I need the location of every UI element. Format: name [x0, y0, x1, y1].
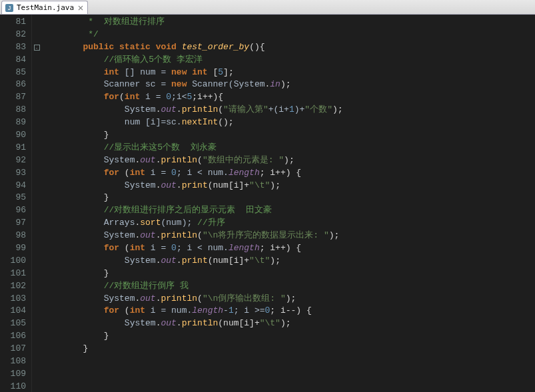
code-line[interactable]: System.out.println("数组中的元素是: ");	[41, 154, 535, 167]
line-number: 110	[0, 381, 26, 392]
fold-row	[32, 167, 41, 180]
fold-row	[32, 104, 41, 116]
fold-row	[32, 54, 41, 67]
code-line[interactable]: for(int i = 0;i<5;i++){	[41, 91, 535, 104]
line-number: 92	[0, 154, 26, 167]
code-line[interactable]: int [] num = new int [5];	[41, 67, 535, 79]
fold-row	[32, 305, 41, 317]
fold-row	[32, 29, 41, 41]
fold-row	[32, 204, 41, 217]
line-number: 98	[0, 230, 26, 242]
line-number: 93	[0, 167, 26, 180]
code-line[interactable]: System.out.println("\n倒序输出数组: ");	[41, 293, 535, 305]
code-line[interactable]: System.out.println("请输入第"+(i+1)+"个数");	[41, 104, 535, 116]
tab-label: TestMain.java	[17, 3, 74, 12]
code-line[interactable]: public static void test_order_by(){	[41, 41, 535, 54]
fold-row	[32, 180, 41, 192]
line-number: 109	[0, 368, 26, 381]
code-line[interactable]	[41, 355, 535, 368]
line-number-gutter: 8182838485868788899091929394959697989910…	[0, 15, 32, 392]
code-area[interactable]: * 对数组进行排序 */ public static void test_ord…	[41, 15, 535, 392]
code-line[interactable]	[41, 381, 535, 392]
line-number: 82	[0, 29, 26, 41]
code-line[interactable]: System.out.print(num[i]+"\t");	[41, 180, 535, 192]
line-number: 91	[0, 142, 26, 154]
line-number: 83	[0, 41, 26, 54]
line-number: 102	[0, 280, 26, 293]
code-line[interactable]: for (int i = 0; i < num.length; i++) {	[41, 242, 535, 255]
line-number: 100	[0, 255, 26, 268]
svg-text:J: J	[8, 5, 11, 11]
code-line[interactable]: * 对数组进行排序	[41, 16, 535, 29]
fold-row	[32, 268, 41, 280]
code-line[interactable]: //显示出来这5个数 刘永豪	[41, 142, 535, 154]
code-line[interactable]: */	[41, 29, 535, 41]
code-line[interactable]: System.out.println(num[i]+"\t");	[41, 317, 535, 330]
line-number: 105	[0, 317, 26, 330]
code-line[interactable]: for (int i = 0; i < num.length; i++) {	[41, 167, 535, 180]
fold-row	[32, 154, 41, 167]
code-line[interactable]: }	[41, 343, 535, 355]
tab-bar: J TestMain.java	[0, 0, 535, 15]
line-number: 81	[0, 16, 26, 29]
line-number: 101	[0, 268, 26, 280]
fold-row	[32, 293, 41, 305]
line-number: 99	[0, 242, 26, 255]
code-line[interactable]: System.out.print(num[i]+"\t");	[41, 255, 535, 268]
fold-column: -	[32, 15, 41, 392]
fold-row	[32, 16, 41, 29]
close-icon[interactable]	[77, 4, 85, 12]
line-number: 87	[0, 91, 26, 104]
fold-row	[32, 116, 41, 129]
line-number: 89	[0, 116, 26, 129]
line-number: 96	[0, 204, 26, 217]
code-line[interactable]: Scanner sc = new Scanner(System.in);	[41, 79, 535, 91]
code-line[interactable]: //对数组进行倒序 我	[41, 280, 535, 293]
fold-row	[32, 317, 41, 330]
line-number: 107	[0, 343, 26, 355]
fold-row	[32, 217, 41, 230]
line-number: 86	[0, 79, 26, 91]
fold-row	[32, 381, 41, 392]
code-line[interactable]: }	[41, 192, 535, 204]
line-number: 104	[0, 305, 26, 317]
fold-row	[32, 355, 41, 368]
code-line[interactable]: //循环输入5个数 李宏洋	[41, 54, 535, 67]
line-number: 95	[0, 192, 26, 204]
code-line[interactable]	[41, 368, 535, 381]
fold-row	[32, 330, 41, 343]
line-number: 103	[0, 293, 26, 305]
fold-row	[32, 230, 41, 242]
code-line[interactable]: num [i]=sc.nextInt();	[41, 116, 535, 129]
code-line[interactable]: }	[41, 268, 535, 280]
fold-row	[32, 242, 41, 255]
fold-row	[32, 280, 41, 293]
code-line[interactable]: System.out.println("\n将升序完的数据显示出来: ");	[41, 230, 535, 242]
code-line[interactable]: //对数组进行排序之后的显示元素 田文豪	[41, 204, 535, 217]
line-number: 108	[0, 355, 26, 368]
fold-row	[32, 343, 41, 355]
code-line[interactable]: }	[41, 330, 535, 343]
line-number: 97	[0, 217, 26, 230]
fold-row	[32, 67, 41, 79]
fold-row	[32, 368, 41, 381]
fold-row	[32, 255, 41, 268]
code-editor[interactable]: 8182838485868788899091929394959697989910…	[0, 15, 535, 392]
line-number: 88	[0, 104, 26, 116]
fold-row	[32, 192, 41, 204]
line-number: 106	[0, 330, 26, 343]
code-line[interactable]: Arrays.sort(num); //升序	[41, 217, 535, 230]
code-line[interactable]: for (int i = num.length-1; i >=0; i--) {	[41, 305, 535, 317]
line-number: 94	[0, 180, 26, 192]
fold-row: -	[32, 41, 41, 54]
fold-toggle-icon[interactable]: -	[34, 45, 40, 51]
file-tab-testmain[interactable]: J TestMain.java	[1, 1, 88, 14]
fold-row	[32, 129, 41, 142]
code-line[interactable]: }	[41, 129, 535, 142]
fold-row	[32, 142, 41, 154]
line-number: 85	[0, 67, 26, 79]
line-number: 84	[0, 54, 26, 67]
fold-row	[32, 79, 41, 91]
java-file-icon: J	[5, 3, 14, 13]
fold-row	[32, 91, 41, 104]
